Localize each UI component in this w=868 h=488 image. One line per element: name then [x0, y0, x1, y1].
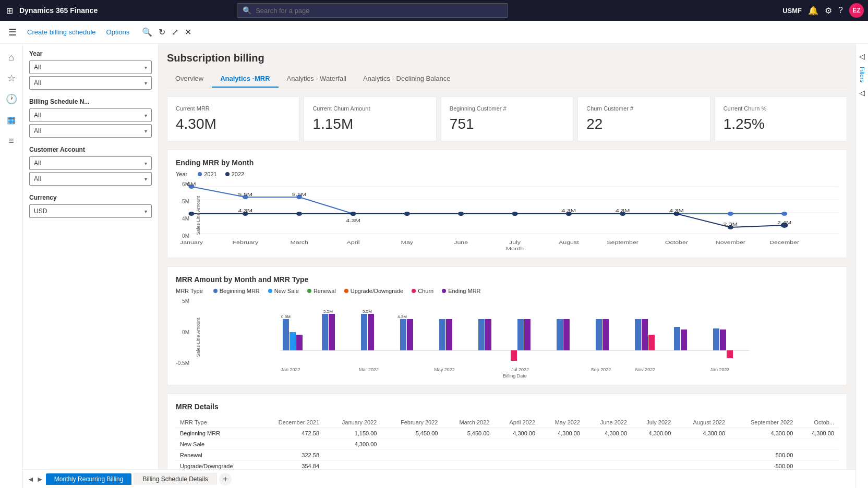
- close-icon[interactable]: ✕: [183, 25, 194, 39]
- svg-rect-70: [596, 319, 602, 350]
- col-mar-2022: March 2022: [442, 417, 493, 428]
- hamburger-icon[interactable]: ☰: [8, 27, 17, 38]
- svg-rect-61: [439, 319, 445, 350]
- svg-text:March: March: [290, 240, 308, 245]
- search-input[interactable]: [256, 7, 502, 15]
- billing-schedule-sub-dropdown[interactable]: All ▾: [29, 124, 152, 138]
- row-beginning-mrr-jul22: 4,300.00: [631, 428, 675, 439]
- kpi-beginning-customer: Beginning Customer # 751: [441, 96, 573, 141]
- row-new-sale-may22: [539, 439, 584, 450]
- customer-account-sub-value: All: [34, 175, 41, 182]
- svg-text:Jan 2023: Jan 2023: [710, 367, 729, 372]
- row-renewal-jun22: [584, 450, 631, 461]
- line-chart-svg-wrapper: 6M 5.5M 5.5M 4.3M 4.3M 4.3M 4.3M 4.3M 2.…: [191, 181, 838, 249]
- table-row: New Sale 4,300.00: [176, 439, 838, 450]
- mrr-details-title: MRR Details: [176, 402, 838, 411]
- billing-schedule-label: Billing Schedule N...: [29, 98, 152, 105]
- customer-account-dropdown[interactable]: All ▾: [29, 156, 152, 170]
- col-jul-2022: July 2022: [631, 417, 675, 428]
- kpi-churn-customer-value: 22: [586, 116, 701, 132]
- svg-text:January: January: [180, 240, 203, 245]
- svg-rect-54: [296, 335, 303, 350]
- tab-analytics-mrr[interactable]: Analytics -MRR: [212, 70, 278, 88]
- bottom-tab-billing-schedule[interactable]: Billing Schedule Details: [134, 473, 216, 485]
- svg-rect-52: [283, 319, 289, 350]
- ending-mrr-chart-section: Ending MRR by Month Year 2021 2022 6M 5M…: [167, 150, 847, 258]
- row-new-sale-jul22: [631, 439, 675, 450]
- main-layout: ⌂ ☆ 🕐 ▦ ≡ Year All ▾ All ▾ Billing Sched…: [0, 44, 868, 488]
- billing-schedule-sub-chevron-down-icon: ▾: [144, 128, 147, 134]
- col-aug-2022: August 2022: [675, 417, 729, 428]
- favorites-icon[interactable]: ☆: [2, 69, 21, 88]
- svg-text:4.3M: 4.3M: [562, 208, 576, 213]
- svg-point-19: [350, 212, 356, 216]
- help-icon[interactable]: ?: [838, 6, 843, 15]
- billing-schedule-chevron-down-icon: ▾: [144, 113, 147, 118]
- customer-account-chevron-down-icon: ▾: [144, 161, 147, 166]
- options-link[interactable]: Options: [102, 26, 134, 38]
- modules-icon[interactable]: ▦: [2, 111, 21, 129]
- bell-icon[interactable]: 🔔: [808, 6, 818, 16]
- filters-toggle-button[interactable]: Filters: [857, 63, 867, 87]
- row-renewal-may22: [539, 450, 584, 461]
- tab-overview[interactable]: Overview: [167, 70, 212, 88]
- legend-2021: 2021: [198, 171, 216, 177]
- recent-icon[interactable]: 🕐: [2, 90, 21, 108]
- svg-text:4.3M: 4.3M: [669, 208, 684, 213]
- billing-schedule-dropdown[interactable]: All ▾: [29, 108, 152, 122]
- customer-account-sub-dropdown[interactable]: All ▾: [29, 172, 152, 186]
- currency-value: USD: [34, 208, 47, 215]
- mrr-bar-chart-area: 5M 0M -0.5M: [176, 298, 838, 376]
- refresh-icon[interactable]: ↻: [156, 25, 167, 39]
- home-icon[interactable]: ⌂: [2, 48, 21, 67]
- svg-rect-71: [602, 319, 609, 350]
- kpi-current-churn-amount: Current Churn Amount 1.15M: [304, 96, 436, 141]
- expand-icon[interactable]: ◁: [859, 89, 865, 97]
- customer-account-value: All: [34, 160, 41, 167]
- search-page-icon[interactable]: 🔍: [140, 25, 154, 39]
- settings-icon[interactable]: ⚙: [825, 6, 832, 16]
- legend-upgrade-dot: [344, 289, 348, 293]
- svg-text:October: October: [665, 240, 689, 245]
- prev-page-btn[interactable]: ◄: [27, 475, 34, 483]
- collapse-right-icon[interactable]: ◁: [859, 52, 865, 60]
- svg-point-15: [781, 212, 787, 216]
- legend-upgrade-downgrade: Upgrade/Downgrade: [344, 288, 404, 294]
- row-beginning-mrr-dec21: 472.58: [258, 428, 323, 439]
- svg-text:September: September: [607, 240, 638, 245]
- svg-text:Month: Month: [506, 246, 524, 251]
- row-renewal-dec21: 322.58: [258, 450, 323, 461]
- next-page-btn[interactable]: ►: [37, 475, 44, 483]
- bottom-tab-monthly-recurring[interactable]: Monthly Recurring Billing: [46, 473, 132, 485]
- year-filter-dropdown[interactable]: All ▾: [29, 60, 152, 74]
- legend-renewal-dot: [307, 289, 311, 293]
- svg-rect-79: [727, 350, 733, 358]
- kpi-churn-pct-title: Current Churn %: [724, 105, 838, 112]
- bottom-bar: ◄ ► Monthly Recurring Billing Billing Sc…: [23, 469, 855, 488]
- grid-icon[interactable]: ⊞: [4, 4, 15, 18]
- svg-text:July: July: [509, 240, 521, 245]
- tab-analytics-declining[interactable]: Analytics - Declining Balance: [355, 70, 459, 88]
- kpi-churn-pct-value: 1.25%: [724, 116, 838, 132]
- legend-beginning-dot: [213, 289, 218, 293]
- legend-churn-label: Churn: [418, 288, 433, 294]
- svg-rect-63: [478, 319, 485, 350]
- svg-text:Jul 2022: Jul 2022: [511, 367, 529, 372]
- svg-text:6M: 6M: [187, 181, 196, 187]
- y-axis-labels: 6M 5M 4M 0M: [176, 181, 191, 249]
- svg-text:2.4M: 2.4M: [777, 220, 792, 225]
- popout-icon[interactable]: ⤢: [170, 25, 180, 39]
- workspaces-icon[interactable]: ≡: [2, 131, 21, 150]
- svg-text:August: August: [559, 240, 579, 245]
- add-tab-button[interactable]: +: [219, 473, 232, 485]
- mrr-type-label: MRR Type: [176, 288, 203, 294]
- svg-text:Mar 2022: Mar 2022: [359, 367, 379, 372]
- tab-analytics-waterfall[interactable]: Analytics - Waterfall: [279, 70, 355, 88]
- search-bar[interactable]: 🔍: [237, 3, 508, 18]
- ending-mrr-legend: Year 2021 2022: [176, 171, 838, 177]
- year-filter-value: All: [34, 64, 41, 71]
- avatar[interactable]: EZ: [849, 3, 864, 18]
- currency-dropdown[interactable]: USD ▾: [29, 204, 152, 218]
- create-billing-schedule-link[interactable]: Create billing schedule: [23, 26, 100, 38]
- year-filter-sub-dropdown[interactable]: All ▾: [29, 76, 152, 90]
